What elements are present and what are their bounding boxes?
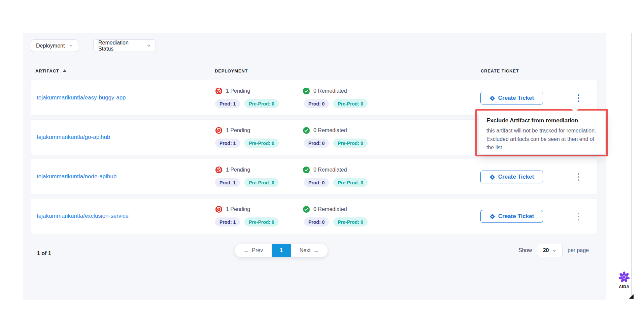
- pending-clock-icon: [215, 127, 223, 134]
- jira-diamond-icon: [489, 214, 495, 219]
- create-ticket-label: Create Ticket: [498, 213, 534, 220]
- artifact-link[interactable]: tejakummarikuntla/node-apihub: [37, 173, 116, 180]
- jira-diamond-icon: [489, 95, 495, 101]
- preprod-count-badge: Pre-Prod: 0: [333, 178, 367, 187]
- remediated-check-icon: [303, 166, 310, 174]
- aida-flower-icon: [618, 271, 630, 283]
- prod-count-badge: Prod: 1: [215, 178, 240, 187]
- preprod-count-badge: Pre-Prod: 0: [244, 139, 278, 148]
- remediation-status-filter-label: Remediation Status: [98, 40, 142, 52]
- remediation-page: Deployment Remediation Status ARTIFACT D…: [0, 0, 644, 332]
- row-actions-kebab-menu[interactable]: [574, 169, 583, 185]
- page-size-select[interactable]: 20: [537, 244, 563, 257]
- column-header-artifact[interactable]: ARTIFACT: [35, 68, 67, 73]
- pending-status: 1 Pending: [215, 127, 250, 134]
- next-page-button[interactable]: Next →: [291, 244, 328, 257]
- remediation-status-filter-dropdown[interactable]: Remediation Status: [93, 39, 156, 52]
- pending-clock-icon: [215, 206, 223, 213]
- artifact-link[interactable]: tejakummarikuntla/go-apihub: [37, 134, 110, 141]
- prev-page-button[interactable]: ← Prev: [235, 244, 272, 257]
- preprod-count-badge: Pre-Prod: 0: [333, 217, 367, 227]
- remediated-status: 0 Remediated: [303, 166, 347, 174]
- remediated-status: 0 Remediated: [303, 206, 347, 213]
- pending-count-label: 1 Pending: [226, 206, 250, 212]
- pending-status: 1 Pending: [215, 87, 250, 95]
- page-size-value: 20: [543, 247, 549, 253]
- vertical-scrollbar[interactable]: [631, 33, 632, 299]
- table-row: tejakummarikuntla/easy-buggy-app 1 Pendi…: [31, 80, 598, 116]
- artifact-link[interactable]: tejakummarikuntla/easy-buggy-app: [37, 94, 126, 101]
- create-ticket-label: Create Ticket: [498, 95, 534, 101]
- table-row: tejakummarikuntla/node-apihub 1 Pending …: [31, 159, 598, 194]
- chevron-down-icon: [147, 43, 151, 48]
- pending-clock-icon: [215, 87, 223, 95]
- pending-clock-icon: [215, 166, 223, 174]
- prod-count-badge: Prod: 1: [215, 217, 240, 227]
- preprod-count-badge: Pre-Prod: 0: [244, 217, 278, 227]
- remediated-status: 0 Remediated: [303, 87, 347, 95]
- remediated-count-label: 0 Remediated: [313, 167, 347, 173]
- create-ticket-button[interactable]: Create Ticket: [480, 171, 543, 183]
- column-header-deployment: DEPLOYMENT: [215, 68, 248, 73]
- remediated-count-label: 0 Remediated: [313, 88, 347, 94]
- aida-label: AIDA: [617, 284, 632, 289]
- pending-count-label: 1 Pending: [226, 88, 250, 94]
- pending-status: 1 Pending: [215, 166, 250, 174]
- artifact-header-label: ARTIFACT: [35, 68, 59, 73]
- prod-count-badge: Prod: 1: [215, 139, 240, 148]
- per-page-label: per page: [568, 247, 589, 253]
- exclude-artifact-tooltip: Exclude Artifact from remediation this a…: [479, 111, 605, 154]
- remediated-status: 0 Remediated: [303, 127, 347, 134]
- create-ticket-label: Create Ticket: [498, 174, 534, 180]
- remediated-count-label: 0 Remediated: [313, 127, 347, 133]
- prod-count-badge: Prod: 0: [304, 99, 329, 108]
- active-page-button[interactable]: 1: [272, 244, 291, 257]
- preprod-count-badge: Pre-Prod: 0: [244, 99, 278, 108]
- prod-count-badge: Prod: 0: [304, 217, 329, 227]
- aida-assistant-button[interactable]: AIDA: [617, 271, 632, 289]
- remediated-check-icon: [303, 87, 310, 95]
- next-label: Next: [300, 247, 311, 253]
- row-actions-kebab-menu[interactable]: [574, 208, 583, 225]
- table-row: tejakummarikuntla/exclusion-service 1 Pe…: [31, 198, 598, 234]
- chevron-down-icon: [69, 43, 73, 48]
- page-summary: 1 of 1: [37, 250, 51, 256]
- preprod-count-badge: Pre-Prod: 0: [333, 99, 367, 108]
- preprod-count-badge: Pre-Prod: 0: [244, 178, 278, 187]
- remediated-count-label: 0 Remediated: [313, 206, 347, 212]
- pending-count-label: 1 Pending: [226, 127, 250, 133]
- corner-resize-mark: [629, 294, 634, 299]
- pending-count-label: 1 Pending: [226, 167, 250, 173]
- arrow-right-icon: →: [313, 248, 319, 253]
- artifact-link[interactable]: tejakummarikuntla/exclusion-service: [37, 213, 129, 219]
- deployment-filter-label: Deployment: [36, 43, 65, 49]
- pager: ← Prev 1 Next →: [235, 244, 328, 257]
- remediated-check-icon: [303, 206, 310, 213]
- page-size-control: Show 20 per page: [518, 244, 589, 257]
- jira-diamond-icon: [489, 174, 495, 180]
- tooltip-body: this artifact will not be tracked for re…: [486, 126, 598, 152]
- prev-label: Prev: [252, 247, 263, 253]
- prod-count-badge: Prod: 0: [304, 178, 329, 187]
- chevron-down-icon: [552, 248, 556, 253]
- column-header-create-ticket: CREATE TICKET: [481, 68, 519, 73]
- preprod-count-badge: Pre-Prod: 0: [333, 139, 367, 148]
- prod-count-badge: Prod: 0: [304, 139, 329, 148]
- prod-count-badge: Prod: 1: [215, 99, 240, 108]
- show-label: Show: [518, 247, 532, 253]
- deployment-filter-dropdown[interactable]: Deployment: [31, 39, 78, 52]
- pending-status: 1 Pending: [215, 206, 250, 213]
- create-ticket-button[interactable]: Create Ticket: [480, 210, 543, 223]
- create-ticket-button[interactable]: Create Ticket: [480, 92, 543, 104]
- tooltip-title: Exclude Artifact from remediation: [486, 117, 598, 124]
- arrow-left-icon: ←: [243, 248, 249, 253]
- remediated-check-icon: [303, 127, 310, 134]
- sort-ascending-icon: [63, 69, 67, 72]
